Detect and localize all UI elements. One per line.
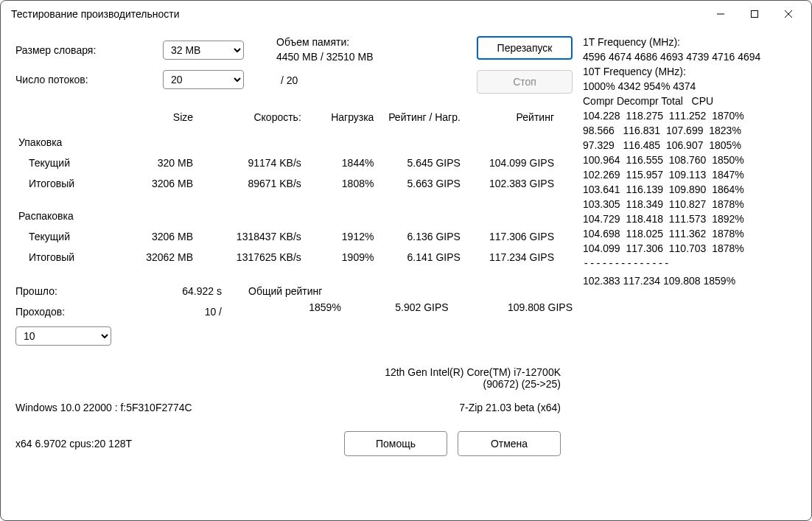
freq-10t-values: 1000% 4342 954% 4374 — [583, 79, 804, 94]
freq-1t-values: 4596 4674 4686 4693 4739 4716 4694 — [583, 49, 804, 64]
unpack-group: Распаковка — [15, 194, 557, 226]
controls-grid: Размер словаря: 32 MB Число потоков: 20 — [15, 41, 259, 89]
freq-10t-label: 10T Frequency (MHz): — [583, 64, 804, 79]
window-controls — [704, 3, 805, 25]
benchmark-window: Тестирование производительности Размер с… — [0, 0, 812, 521]
overall-usage: 1859% — [237, 297, 344, 318]
footer-info: 12th Gen Intel(R) Core(TM) i7-12700K (90… — [15, 366, 575, 456]
log-row: 98.566 116.831 107.699 1823% — [583, 123, 804, 138]
stop-button[interactable]: Стоп — [477, 70, 573, 94]
results-header-row: Size Скорость: Нагрузка Рейтинг / Нагр. … — [15, 107, 557, 127]
pack-total-row: Итоговый 3206 MB 89671 KB/s 1808% 5.663 … — [15, 173, 557, 194]
log-row: 102.269 115.957 109.113 1847% — [583, 167, 804, 182]
summary-row: Прошло:64.922 s Проходов:10 / 10 Общий р… — [15, 285, 575, 346]
elapsed-block: Прошло:64.922 s Проходов:10 / 10 — [15, 285, 237, 346]
restart-button[interactable]: Перезапуск — [477, 36, 573, 60]
action-buttons: Перезапуск Стоп — [477, 36, 573, 94]
passes-value: 10 / — [205, 306, 222, 318]
log-row: 104.228 118.275 111.252 1870% — [583, 108, 804, 123]
pack-current-row: Текущий 320 MB 91174 KB/s 1844% 5.645 GI… — [15, 153, 557, 173]
log-row: 103.641 116.139 109.890 1864% — [583, 182, 804, 197]
log-row: 103.305 118.349 110.827 1878% — [583, 197, 804, 211]
elapsed-label: Прошло: — [15, 285, 57, 297]
unpack-current-row: Текущий 3206 MB 1318437 KB/s 1912% 6.136… — [15, 226, 557, 247]
window-title: Тестирование производительности — [11, 8, 704, 20]
col-usage: Нагрузка — [304, 107, 377, 127]
threads-label: Число потоков: — [15, 74, 163, 85]
overall-block: Общий рейтинг 1859% 5.902 GIPS 109.808 G… — [237, 285, 575, 346]
content-area: Размер словаря: 32 MB Число потоков: 20 … — [1, 27, 811, 520]
log-rows: 104.228 118.275 111.252 1870%98.566 116.… — [583, 108, 804, 256]
threads-select[interactable]: 20 — [163, 70, 244, 89]
passes-label: Проходов: — [15, 306, 65, 318]
overall-label: Общий рейтинг — [248, 285, 575, 297]
overall-rating: 109.808 GIPS — [452, 297, 575, 318]
pass-limit-select[interactable]: 10 — [15, 326, 111, 346]
close-button[interactable] — [771, 3, 805, 25]
log-final-row: 102.383 117.234 109.808 1859% — [583, 273, 804, 288]
footer-buttons: Помощь Отмена — [344, 431, 561, 456]
col-speed: Скорость: — [196, 107, 304, 127]
col-rating-usage: Рейтинг / Нагр. — [377, 107, 463, 127]
minimize-button[interactable] — [704, 3, 738, 25]
unpack-total-row: Итоговый 32062 MB 1317625 KB/s 1909% 6.1… — [15, 247, 557, 268]
memory-value: 4450 MB / 32510 MB — [276, 51, 374, 63]
col-rating: Рейтинг — [463, 107, 557, 127]
memory-label: Объем памяти: — [276, 36, 374, 48]
freq-1t-label: 1T Frequency (MHz): — [583, 35, 804, 49]
help-button[interactable]: Помощь — [344, 431, 447, 456]
svg-rect-1 — [752, 11, 758, 18]
left-panel: Размер словаря: 32 MB Число потоков: 20 … — [15, 30, 575, 513]
elapsed-value: 64.922 s — [182, 285, 222, 297]
col-size: Size — [117, 107, 196, 127]
log-row: 97.329 116.485 106.907 1805% — [583, 138, 804, 153]
log-separator: -------------- — [583, 256, 804, 270]
dict-size-select[interactable]: 32 MB — [163, 41, 244, 60]
log-row: 104.729 118.418 111.573 1892% — [583, 211, 804, 226]
top-controls: Размер словаря: 32 MB Число потоков: 20 … — [15, 30, 575, 94]
pack-group: Упаковка — [15, 127, 557, 153]
overall-ru: 5.902 GIPS — [344, 297, 452, 318]
log-row: 100.964 116.555 108.760 1850% — [583, 153, 804, 167]
threads-max: / 20 — [281, 74, 374, 86]
cpu-detail: (90672) (25->25) — [15, 378, 561, 390]
titlebar: Тестирование производительности — [1, 1, 811, 27]
cpu-name: 12th Gen Intel(R) Core(TM) i7-12700K — [15, 366, 561, 378]
maximize-button[interactable] — [738, 3, 771, 25]
zip-version: 7-Zip 21.03 beta (x64) — [459, 402, 561, 413]
log-row: 104.099 117.306 110.703 1878% — [583, 241, 804, 256]
arch-info: x64 6.9702 cpus:20 128T — [15, 438, 132, 450]
log-table-header: Compr Decompr Total CPU — [583, 94, 804, 108]
results-table: Size Скорость: Нагрузка Рейтинг / Нагр. … — [15, 107, 557, 268]
os-info: Windows 10.0 22000 : f:5F310F2774C — [15, 402, 192, 413]
dict-size-label: Размер словаря: — [15, 44, 163, 56]
log-row: 104.698 118.025 111.362 1878% — [583, 226, 804, 241]
cancel-button[interactable]: Отмена — [458, 431, 561, 456]
memory-info: Объем памяти: 4450 MB / 32510 MB / 20 — [276, 36, 374, 86]
log-panel: 1T Frequency (MHz): 4596 4674 4686 4693 … — [575, 30, 804, 513]
